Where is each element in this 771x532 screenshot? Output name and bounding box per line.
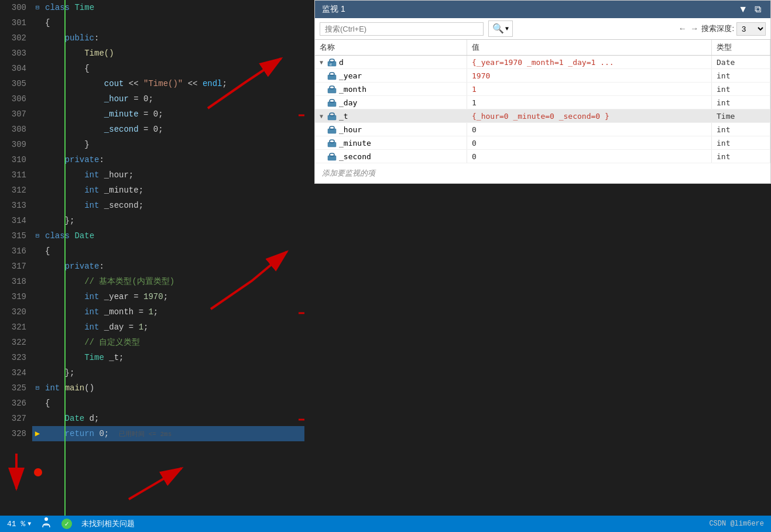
table-row: 322 // 自定义类型 [0,335,304,350]
watch-name-t: ▼ _t [315,109,467,122]
status-message: 未找到相关问题 [81,519,135,529]
watch-type-t: Time [712,109,770,122]
watch-type-tsecond: int [712,150,770,163]
svg-rect-22 [330,126,334,129]
watch-name-day-text: _day [339,98,357,107]
nav-back-btn[interactable]: ← [678,23,687,35]
code-editor: 300 ⊟ class Time 301 { 302 public: 303 [0,0,304,516]
watch-value-tsecond: 0 [467,150,712,163]
table-row: 315 ⊟ class Date [0,228,304,243]
nav-forward-btn[interactable]: → [690,23,699,35]
watch-row-year: ▷ _year 1970 int [315,69,770,83]
var-icon-tsecond [327,152,337,161]
watch-name-thour: ▷ _hour [315,123,467,136]
watch-table-header: 名称 值 类型 [315,40,770,56]
search-button[interactable]: 🔍 ▼ [488,20,513,37]
col-value-header: 值 [467,40,712,55]
table-row: 327 Date d; [0,411,304,426]
watch-row-thour: ▷ _hour 0 int [315,123,770,136]
accessibility-icon[interactable] [40,517,52,531]
watch-name-tsecond: ▷ _second [315,150,467,163]
status-right: CSDN @lim6ere [709,520,764,528]
table-row: 319 int _year = 1970; [0,289,304,304]
watch-search-bar: 🔍 ▼ ← → 搜索深度: 3 1 2 5 [315,18,770,40]
table-row: 302 public: [0,30,304,46]
table-row: 328 ▶ return 0; 已用时间 <= 2ms [0,426,304,441]
watch-name-month-text: _month [339,85,366,94]
watch-value-tminute: 0 [467,136,712,149]
watch-type-d: Date [712,56,770,68]
table-row: 325 ⊟ int main() [0,380,304,396]
var-icon-d: d [327,57,337,67]
table-row: 323 Time _t; [0,350,304,365]
watch-title-left: 监视 1 [322,4,345,15]
col-type-header: 类型 [712,40,770,55]
table-row: 316 { [0,243,304,259]
svg-point-27 [44,517,48,521]
svg-text:d: d [330,62,332,67]
watch-type-year: int [712,69,770,82]
depth-label: 搜索深度: [701,23,734,34]
watch-type-month: int [712,83,770,95]
green-line [64,0,66,516]
watch-name-month: ▷ _month [315,83,467,95]
var-icon-thour [327,125,337,134]
watch-row-t: ▼ _t {_hour=0 _minute=0 _second=0 } Time [315,109,770,123]
svg-rect-26 [330,153,334,156]
table-row: 320 int _month = 1; [0,304,304,320]
execution-arrow: ▶ [35,426,40,441]
watch-name-year: ▷ _year [315,69,467,82]
watch-titlebar: 监视 1 ▼ ⧉ [315,1,770,18]
watch-value-t: {_hour=0 _minute=0 _second=0 } [467,109,712,122]
table-row: 303 Time() [0,46,304,61]
watch-name-tsecond-text: _second [339,152,371,161]
table-row: 304 { [0,61,304,76]
svg-rect-14 [330,73,334,75]
table-row: 318 // 基本类型(内置类型) [0,274,304,289]
var-icon-day [327,98,337,107]
watch-value-d: {_year=1970 _month=1 _day=1 ... [467,56,712,68]
watch-name-day: ▷ _day [315,96,467,109]
col-name-header: 名称 [315,40,467,55]
table-row: 324 }; [0,365,304,380]
watch-name-tminute: ▷ _minute [315,136,467,149]
svg-rect-18 [330,99,334,102]
status-bar: 41 % ▼ ✓ 未找到相关问题 CSDN @lim6ere [0,516,771,532]
table-row: 300 ⊟ class Time [0,0,304,15]
table-row: 314 }; [0,213,304,228]
add-watch-hint[interactable]: 添加要监视的项 [315,163,770,183]
table-row: 308 _second = 0; [0,122,304,137]
person-icon [40,517,52,528]
watch-name-d-text: d [339,58,344,67]
watch-row-d: ▼ d d {_year=1970 _month=1 _day=1 ... Da… [315,56,770,69]
watch-row-tminute: ▷ _minute 0 int [315,136,770,150]
svg-rect-20 [330,113,334,116]
main-area: 300 ⊟ class Time 301 { 302 public: 303 [0,0,771,516]
magnifier-icon: 🔍 [492,23,504,35]
chevron-down-icon: ▼ [505,26,509,32]
status-zoom: 41 % ▼ [7,520,31,528]
expand-d[interactable]: ▼ [320,59,327,66]
svg-rect-24 [330,140,334,143]
watch-search-input[interactable] [320,22,484,36]
watch-title: 监视 1 [322,4,345,15]
depth-select[interactable]: 3 1 2 5 [736,22,766,36]
watch-value-year: 1970 [467,69,712,82]
zoom-dropdown-icon[interactable]: ▼ [28,521,31,527]
table-row: 321 int _day = 1; [0,320,304,335]
watch-name-thour-text: _hour [339,125,362,134]
table-row: 326 { [0,396,304,411]
watch-value-month: 1 [467,83,712,95]
watch-type-tminute: int [712,136,770,149]
table-row: 311 int _hour; [0,167,304,183]
status-check-icon: ✓ [61,519,72,529]
watch-name-t-text: _t [339,112,348,121]
watch-type-day: int [712,96,770,109]
table-row: 313 int _second; [0,198,304,213]
table-row: 312 int _minute; [0,183,304,198]
zoom-value: 41 % [7,520,25,528]
breakpoint [34,468,42,476]
watch-undock-btn[interactable]: ⧉ [752,4,763,15]
watch-dropdown-btn[interactable]: ▼ [736,4,750,15]
expand-t[interactable]: ▼ [320,113,327,119]
